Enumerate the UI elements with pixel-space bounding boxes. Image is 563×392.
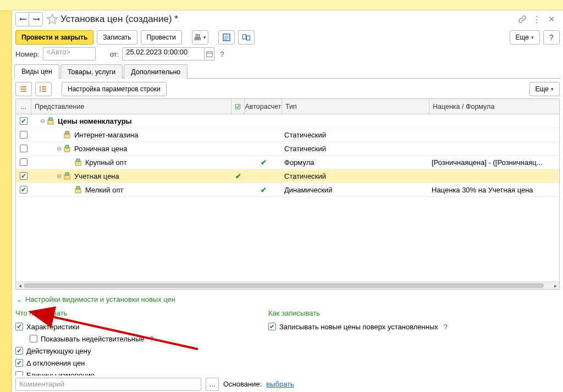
row-cfg [231,183,245,196]
row-name: Цены номенклатуры [58,117,132,125]
row-name: Крупный опт [85,158,127,167]
close-icon[interactable]: ✕ [546,14,558,24]
col-name[interactable]: Представление [31,99,231,114]
what-to-show-section: Что показывать Характеристики Показывать… [15,307,257,381]
grid-hscrollbar[interactable]: ◂ ▸ [16,281,559,289]
tab-price-types[interactable]: Виды цен [14,64,59,79]
svg-rect-15 [65,131,69,134]
lbl-delta: Δ отклонения цен [26,359,85,367]
row-cfg [231,156,245,169]
row-type: Динамический [282,183,429,196]
help-show-invalid-icon[interactable]: ? [150,335,154,343]
document-id-row: Номер: <Авто> от: 25.02.2023 0:00:00 ? [12,47,563,63]
chk-overwrite-prices[interactable] [268,323,276,330]
row-type: Формула [282,156,429,169]
collapse-tree-button[interactable] [15,82,32,96]
post-button[interactable]: Провести [141,30,182,45]
save-button[interactable]: Записать [97,30,137,45]
col-check[interactable]: ... [16,99,31,114]
grid-toolbar: Настройка параметров строки Еще ▾ [12,79,563,98]
col-cfg[interactable] [231,99,245,114]
table-row[interactable]: Интернет-магазинаСтатический [16,128,559,142]
comment-select-button[interactable]: … [206,378,219,391]
row-checkbox[interactable] [20,186,27,194]
scrollbar-thumb[interactable] [24,283,544,288]
help-button[interactable]: ? [543,30,560,45]
tree-collapse-icon[interactable]: ⊖ [56,145,62,152]
row-checkbox[interactable] [20,117,27,125]
row-settings-button[interactable]: Настройка параметров строки [62,82,167,96]
row-markup [429,114,559,128]
number-input[interactable]: <Авто> [43,47,96,60]
svg-rect-13 [49,118,52,120]
what-to-show-title: Что показывать [15,309,257,317]
chk-characteristics[interactable] [15,323,23,330]
nav-back-button[interactable]: 🠔 [16,13,29,26]
date-input[interactable]: 25.02.2023 0:00:00 [122,47,205,60]
col-type[interactable]: Тип [282,99,429,114]
chk-current-price[interactable] [15,347,23,355]
number-label: Номер: [15,50,40,58]
svg-marker-0 [47,14,57,24]
tree-collapse-icon[interactable]: ⊖ [56,173,62,180]
table-row[interactable]: ⊖Учетная цена✔Статический [16,169,559,183]
svg-rect-5 [242,35,246,39]
favorite-star-icon[interactable] [46,13,58,25]
row-markup: [Розничнаяцена] - ([Розничнаяц... [429,156,559,169]
scrollbar-right-arrow[interactable]: ▸ [551,282,559,289]
visibility-settings-header[interactable]: ⌄ Настройки видимости и установки новых … [12,290,563,307]
chk-show-invalid[interactable] [30,335,37,343]
tree-collapse-icon[interactable]: ⊖ [39,118,46,125]
link-icon[interactable] [517,14,527,24]
visibility-settings-title: Настройки видимости и установки новых це… [25,295,175,303]
app-top-strip [0,0,563,11]
row-markup [429,142,559,155]
how-to-save-title: Как записывать [268,309,510,317]
grid-more-button[interactable]: Еще ▾ [529,82,560,96]
print-button[interactable]: 🖶 ▾ [192,30,208,45]
row-checkbox[interactable] [20,131,27,139]
row-auto: ✔ [245,156,282,169]
settings-columns: Что показывать Характеристики Показывать… [12,307,563,381]
chevron-down-icon: ⌄ [16,296,22,303]
col-markup[interactable]: Наценка / Формула [429,99,559,114]
tab-goods[interactable]: Товары, услуги [60,64,123,79]
table-row[interactable]: Мелкий опт✔ДинамическийНаценка 30% на Уч… [16,183,559,197]
titlebar: 🠔 🠖 Установка цен (создание) * ⋮ ✕ [12,10,563,28]
nav-forward-button[interactable]: 🠖 [29,13,42,26]
table-row[interactable]: ⊖Цены номенклатуры [16,114,559,128]
svg-rect-23 [76,186,80,189]
row-auto: ✔ [245,183,282,196]
col-auto[interactable]: Авторасчет [245,99,282,114]
how-to-save-section: Как записывать Записывать новые цены пов… [268,307,510,381]
report-button[interactable] [218,30,235,45]
more-menu-button[interactable]: Еще ▾ [510,30,540,45]
tab-extra[interactable]: Дополнительно [124,64,187,79]
scrollbar-left-arrow[interactable]: ◂ [16,282,24,289]
linked-docs-button[interactable] [238,30,255,45]
base-label: Основание: [223,380,262,388]
base-select-link[interactable]: выбрать [266,380,294,388]
comment-input[interactable]: Комментарий [15,378,201,391]
expand-tree-button[interactable] [35,82,52,96]
row-auto [245,169,282,183]
price-types-grid: ... Представление Авторасчет Тип Наценка… [15,98,560,290]
row-auto [245,114,282,128]
row-checkbox[interactable] [20,145,27,152]
post-and-close-button[interactable]: Провести и закрыть [15,30,93,45]
row-name: Учетная цена [74,172,119,180]
document-title: Установка цен (создание) * [60,14,178,25]
chk-delta[interactable] [15,359,23,367]
row-checkbox[interactable] [20,158,27,166]
price-type-icon [74,185,83,194]
table-row[interactable]: ⊖Розничная ценаСтатический [16,142,559,156]
help-overwrite-icon[interactable]: ? [444,323,448,331]
price-type-icon [63,144,72,153]
svg-rect-7 [206,52,212,57]
calendar-icon[interactable] [205,47,214,60]
row-checkbox[interactable] [20,172,27,180]
table-row[interactable]: Крупный опт✔Формула[Розничнаяцена] - ([Р… [16,156,559,169]
title-tools: ⋮ ✕ [517,14,560,24]
kebab-menu-icon[interactable]: ⋮ [532,14,542,24]
date-help-icon[interactable]: ? [220,50,224,58]
